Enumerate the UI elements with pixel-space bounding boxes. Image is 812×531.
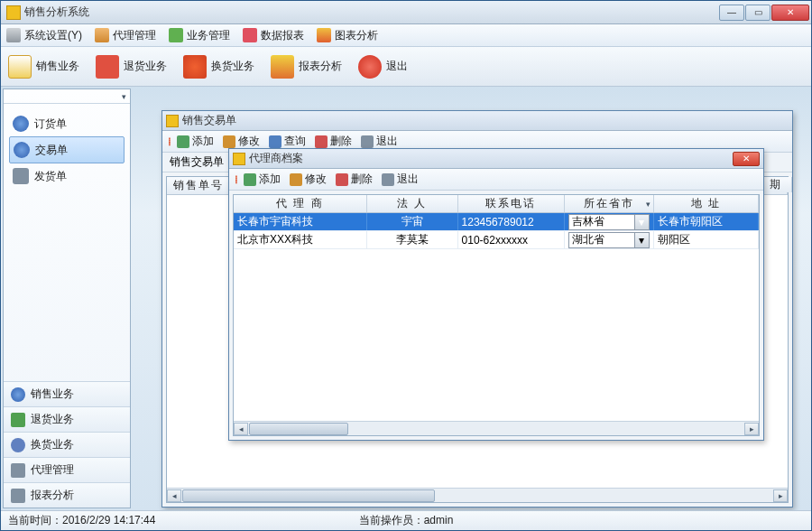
agent-col-0[interactable]: 代 理 商 (234, 195, 367, 212)
close-button[interactable]: ✕ (771, 5, 809, 21)
agent-delete[interactable]: 删除 (336, 172, 373, 187)
table-row[interactable]: 北京市XXX科技李莫某010-62xxxxxx湖北省▾朝阳区 (234, 231, 759, 249)
table-row[interactable]: 长春市宇宙科技宇宙123456789012吉林省▾长春市朝阳区 (234, 213, 759, 231)
app-icon (6, 5, 21, 20)
tool-exit-icon (358, 55, 382, 79)
transaction-col-orderno[interactable]: 销售单号 (167, 177, 230, 194)
agent-close-button[interactable]: ✕ (733, 152, 760, 166)
scroll-left-icon[interactable]: ◂ (234, 423, 248, 435)
trans-query-icon (269, 135, 281, 148)
agent-grid-header: 代 理 商法 人联系电话所在省市▾地 址 (234, 195, 759, 213)
menu-chart-analysis[interactable]: 图表分析 (317, 28, 378, 43)
sidebtn-report[interactable]: 报表分析 (4, 482, 130, 508)
sidebar-chevron-icon[interactable]: ▾ (122, 92, 126, 101)
agent-add-icon (244, 173, 256, 186)
agent-exit[interactable]: 退出 (382, 172, 419, 187)
tool-returns[interactable]: 退货业务 (96, 55, 167, 79)
cell: 长春市宇宙科技 (234, 213, 367, 230)
nav-order[interactable]: 订货单 (9, 111, 125, 136)
transaction-title: 销售交易单 (182, 113, 789, 128)
app-title: 销售分析系统 (24, 5, 718, 20)
tool-report[interactable]: 报表分析 (271, 55, 342, 79)
menu-business-manage[interactable]: 业务管理 (169, 28, 230, 43)
mdi-area: 销售交易单 ⁞添加修改查询删除退出 销售交易单 销售单号 期 ◂ (133, 88, 809, 508)
sidebtn-sales-icon (11, 387, 25, 402)
agent-toolbar: ⁞添加修改删除退出 (229, 169, 763, 191)
menu-agent-manage-icon (95, 28, 109, 42)
agent-edit[interactable]: 修改 (290, 172, 327, 187)
agent-col-2[interactable]: 联系电话 (458, 195, 565, 212)
sidebtn-sales[interactable]: 销售业务 (4, 381, 130, 406)
transaction-hscroll[interactable]: ◂ ▸ (167, 488, 788, 502)
cell: 北京市XXX科技 (234, 231, 367, 248)
sort-icon[interactable]: ▾ (646, 200, 651, 209)
nav-transaction[interactable]: 交易单 (9, 136, 125, 163)
nav-transaction-icon (14, 142, 30, 158)
sidebtn-returns[interactable]: 退货业务 (4, 406, 130, 432)
agent-col-3[interactable]: 所在省市▾ (565, 195, 654, 212)
menu-system-settings-icon (6, 28, 21, 42)
trans-delete-icon (315, 135, 328, 148)
menu-business-manage-icon (169, 28, 183, 42)
scroll-thumb[interactable] (249, 423, 348, 435)
sidebtn-returns-icon (11, 413, 25, 427)
window-icon (166, 115, 179, 127)
nav-shipment[interactable]: 发货单 (9, 163, 125, 189)
sidebtn-exchange[interactable]: 换货业务 (4, 432, 130, 457)
agent-hscroll[interactable]: ◂ ▸ (234, 421, 759, 435)
agent-col-1[interactable]: 法 人 (367, 195, 458, 212)
scroll-left-icon[interactable]: ◂ (167, 489, 181, 502)
agent-titlebar[interactable]: 代理商档案 ✕ (229, 149, 763, 169)
agent-col-4[interactable]: 地 址 (654, 195, 759, 212)
sidebar: ▾ 订货单交易单发货单 销售业务退货业务换货业务代理管理报表分析 (3, 88, 131, 508)
tool-exchange[interactable]: 换货业务 (183, 55, 254, 79)
trans-edit[interactable]: 修改 (223, 134, 260, 149)
dropdown-icon[interactable]: ▾ (635, 232, 650, 248)
status-time: 当前时间：2016/2/29 14:17:44 (8, 513, 273, 528)
trans-query[interactable]: 查询 (269, 134, 306, 149)
scroll-right-icon[interactable]: ▸ (744, 423, 759, 435)
tool-sales-icon (8, 55, 32, 79)
menu-data-report[interactable]: 数据报表 (243, 28, 304, 43)
trans-add-icon (177, 135, 189, 148)
tool-returns-icon (96, 55, 119, 79)
sidebtn-agent[interactable]: 代理管理 (4, 457, 130, 482)
sidebtn-report-icon (11, 489, 25, 503)
province-dropdown[interactable]: 湖北省▾ (568, 232, 650, 248)
window-controls: — ▭ ✕ (718, 5, 809, 21)
menu-system-settings[interactable]: 系统设置(Y) (6, 28, 82, 43)
trans-add[interactable]: 添加 (177, 134, 214, 149)
tool-report-icon (271, 55, 294, 79)
cell: 李莫某 (367, 231, 458, 248)
cell: 宇宙 (367, 213, 458, 230)
scroll-thumb[interactable] (182, 489, 435, 502)
minimize-button[interactable]: — (719, 5, 744, 21)
sidebar-buttons: 销售业务退货业务换货业务代理管理报表分析 (4, 381, 130, 508)
sidebtn-agent-icon (11, 463, 25, 478)
sidebar-nav: 订货单交易单发货单 (4, 104, 130, 381)
trans-edit-icon (223, 135, 235, 148)
nav-order-icon (13, 116, 29, 132)
main-toolbar: 销售业务退货业务换货业务报表分析退出 (1, 47, 811, 87)
province-dropdown[interactable]: 吉林省▾ (568, 214, 650, 230)
trans-exit-icon (361, 135, 374, 148)
cell: 朝阳区 (654, 231, 759, 248)
status-operator: 当前操作员：admin (273, 513, 539, 528)
menu-chart-analysis-icon (317, 28, 331, 42)
trans-delete[interactable]: 删除 (315, 134, 352, 149)
workspace: ▾ 订货单交易单发货单 销售业务退货业务换货业务代理管理报表分析 销售交易单 ⁞… (1, 87, 811, 510)
sidebar-header: ▾ (4, 89, 130, 104)
dropdown-icon[interactable]: ▾ (635, 214, 650, 230)
tool-exit[interactable]: 退出 (358, 55, 408, 79)
trans-exit[interactable]: 退出 (361, 134, 398, 149)
scroll-right-icon[interactable]: ▸ (773, 489, 788, 502)
agent-window: 代理商档案 ✕ ⁞添加修改删除退出 代 理 商法 人联系电话所在省市▾地 址 长… (228, 148, 764, 441)
cell: 湖北省▾ (565, 231, 654, 248)
agent-add[interactable]: 添加 (244, 172, 281, 187)
maximize-button[interactable]: ▭ (745, 5, 770, 21)
cell: 010-62xxxxxx (458, 231, 565, 248)
statusbar: 当前时间：2016/2/29 14:17:44 当前操作员：admin (1, 510, 811, 530)
transaction-titlebar[interactable]: 销售交易单 (162, 111, 792, 131)
menu-agent-manage[interactable]: 代理管理 (95, 28, 156, 43)
tool-sales[interactable]: 销售业务 (8, 55, 79, 79)
